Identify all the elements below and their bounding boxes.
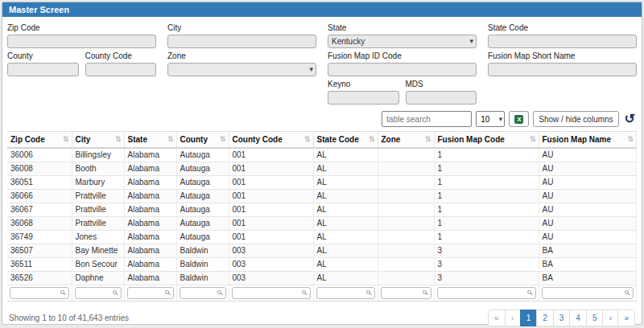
refresh-button[interactable]: ↺ <box>623 113 637 125</box>
zip-code-field: Zip Code <box>7 20 156 48</box>
table-row[interactable]: 36008BoothAlabamaAutauga001AL1AU <box>7 162 637 175</box>
county-field: County <box>7 48 79 76</box>
page-size-select[interactable]: 10 <box>476 111 505 127</box>
table-row[interactable]: 36006BillingsleyAlabamaAutauga001AL1AU <box>7 148 637 162</box>
table-cell: AL <box>313 257 378 271</box>
table-filter-row <box>7 285 637 301</box>
table-cell: AL <box>313 230 378 244</box>
table-cell: 36067 <box>7 203 72 216</box>
search-icon <box>217 290 221 294</box>
table-cell: Autauga <box>176 189 229 203</box>
table-cell: Marbury <box>72 175 124 189</box>
column-header-zone[interactable]: Zone⇅ <box>378 132 434 148</box>
keyno-input[interactable] <box>328 91 399 105</box>
column-label: State Code <box>317 135 359 144</box>
table-row[interactable]: 36066PrattvilleAlabamaAutauga001AL1AU <box>7 189 637 203</box>
table-footer: Showing 1 to 10 of 41,643 entries «‹1234… <box>7 301 637 328</box>
table-search-input[interactable] <box>382 111 472 127</box>
mds-field: MDS <box>406 76 477 105</box>
column-filter-input-fusion-map-code[interactable] <box>437 287 536 299</box>
column-filter-input-fusion-map-name[interactable] <box>542 287 634 299</box>
page-button-3[interactable]: 3 <box>553 310 571 326</box>
pagination: «‹12345›» <box>488 310 635 326</box>
county-code-field: County Code <box>85 48 157 76</box>
table-cell: 36006 <box>7 148 72 162</box>
table-cell: Booth <box>72 162 124 175</box>
table-cell: 36051 <box>7 175 72 189</box>
table-row[interactable]: 36749JonesAlabamaAutauga001AL1AU <box>7 230 637 244</box>
column-label: Fusion Map Code <box>438 135 505 144</box>
table-row[interactable]: 36051MarburyAlabamaAutauga001AL1AU <box>7 175 637 189</box>
page-button-2[interactable]: 2 <box>536 310 554 326</box>
table-cell: 1 <box>434 175 539 189</box>
column-header-county-code[interactable]: County Code⇅ <box>229 132 313 148</box>
table-row[interactable]: 36526DaphneAlabamaBaldwin003AL3BA <box>7 271 637 285</box>
county-code-label: County Code <box>85 51 157 60</box>
table-cell: Autauga <box>176 230 229 244</box>
page-button-»[interactable]: » <box>617 310 635 326</box>
state-code-input[interactable] <box>488 35 637 48</box>
table-cell: AL <box>313 162 378 175</box>
column-header-city[interactable]: City⇅ <box>72 132 124 148</box>
table-cell: 3 <box>434 271 539 285</box>
table-cell: Alabama <box>124 271 176 285</box>
column-header-county[interactable]: County⇅ <box>176 132 229 148</box>
county-input[interactable] <box>7 63 79 76</box>
zone-select-wrap: ▾ <box>167 63 316 76</box>
table-cell <box>378 203 434 216</box>
table-cell: Alabama <box>124 148 176 162</box>
table-cell <box>378 175 434 189</box>
table-row[interactable]: 36507Bay MinetteAlabamaBaldwin003AL3BA <box>7 244 637 257</box>
county-code-input[interactable] <box>85 63 157 76</box>
table-cell: 3 <box>434 257 539 271</box>
page-button-1[interactable]: 1 <box>520 310 538 326</box>
table-cell: 36507 <box>7 244 72 257</box>
table-cell: AU <box>539 230 637 244</box>
county-group: County County Code <box>7 48 156 76</box>
table-row[interactable]: 36067PrattvilleAlabamaAutauga001AL1AU <box>7 203 637 216</box>
table-cell: Autauga <box>176 148 229 162</box>
table-cell: AU <box>539 162 637 175</box>
zip-code-input[interactable] <box>7 35 156 48</box>
table-body: 36006BillingsleyAlabamaAutauga001AL1AU36… <box>7 148 637 285</box>
table-cell <box>378 148 434 162</box>
zone-label: Zone <box>167 51 316 60</box>
page-button-›[interactable]: › <box>602 310 618 326</box>
table-cell: AU <box>539 189 637 203</box>
fusion-map-short-name-input[interactable] <box>488 63 637 76</box>
keyno-mds-group: Keyno MDS <box>328 76 477 105</box>
column-header-zip-code[interactable]: Zip Code⇅ <box>7 132 72 148</box>
table-cell: AL <box>313 244 378 257</box>
showing-entries-text: Showing 1 to 10 of 41,643 entries <box>9 314 129 322</box>
state-code-label: State Code <box>488 23 637 32</box>
page-button-5[interactable]: 5 <box>586 310 604 326</box>
master-screen-panel: Master Screen Zip Code City State Kentuc… <box>2 2 642 325</box>
column-header-state-code[interactable]: State Code⇅ <box>313 132 378 148</box>
state-select[interactable]: Kentucky <box>328 35 477 48</box>
city-input[interactable] <box>167 35 316 48</box>
show-hide-columns-button[interactable]: Show / hide columns <box>533 111 618 127</box>
mds-input[interactable] <box>406 91 477 105</box>
zone-select[interactable] <box>167 63 316 76</box>
search-icon <box>302 290 306 294</box>
fusion-map-id-code-input[interactable] <box>328 63 477 76</box>
page-button-‹: ‹ <box>505 310 521 326</box>
fusion-map-id-code-field: Fusion Map ID Code <box>328 48 477 76</box>
table-cell: AL <box>313 203 378 216</box>
excel-export-button[interactable]: X <box>509 111 529 127</box>
sort-icon: ⇅ <box>63 135 69 143</box>
column-filter-input-county-code[interactable] <box>232 287 311 299</box>
table-row[interactable]: 36068PrattvilleAlabamaAutauga001AL1AU <box>7 216 637 230</box>
page-button-4[interactable]: 4 <box>569 310 587 326</box>
column-header-state[interactable]: State⇅ <box>124 132 176 148</box>
table-cell: AU <box>539 216 637 230</box>
table-cell: 001 <box>229 216 313 230</box>
page-title: Master Screen <box>2 2 642 17</box>
column-header-fusion-map-code[interactable]: Fusion Map Code⇅ <box>434 132 539 148</box>
table-cell: 1 <box>434 230 539 244</box>
table-row[interactable]: 36511Bon SecourAlabamaBaldwin003AL3BA <box>7 257 637 271</box>
keyno-label: Keyno <box>328 80 399 88</box>
column-header-fusion-map-name[interactable]: Fusion Map Name⇅ <box>539 132 637 148</box>
table-cell: 001 <box>229 189 313 203</box>
table-cell: BA <box>539 244 637 257</box>
